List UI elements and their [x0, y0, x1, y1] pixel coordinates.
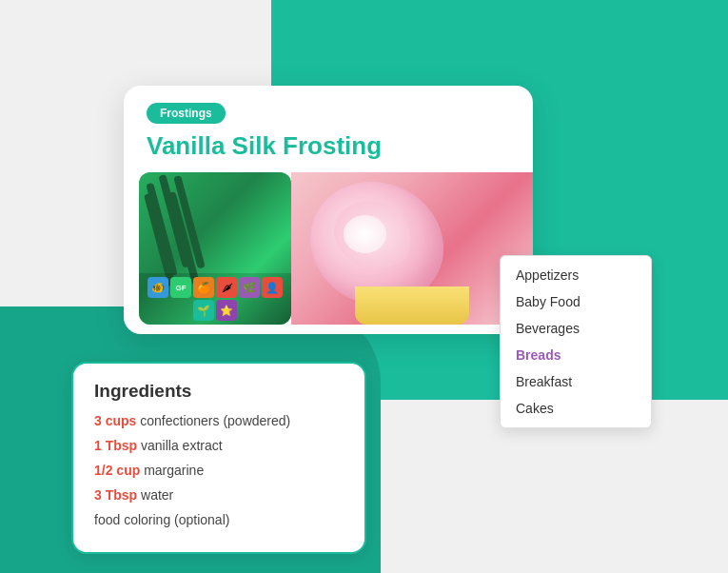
ingredient-4: 3 Tbsp water	[94, 485, 344, 505]
icon-gf: GF	[170, 277, 191, 298]
cupcake-bottom	[355, 286, 469, 325]
dropdown-item-beverages[interactable]: Beverages	[501, 315, 651, 342]
ingredient-3-rest: margarine	[140, 463, 204, 478]
ingredient-4-qty: 3 Tbsp	[94, 487, 137, 503]
recipe-card-header: Frostings Vanilla Silk Frosting	[124, 86, 533, 172]
icon-fish: 🐠	[148, 277, 168, 298]
icon-leaf: 🌿	[239, 277, 260, 298]
ingredient-1: 3 cups confectioners (powdered)	[94, 411, 344, 431]
dropdown-item-baby-food[interactable]: Baby Food	[501, 288, 651, 315]
icon-citrus: 🍊	[193, 277, 214, 298]
ingredient-5: food coloring (optional)	[94, 510, 344, 530]
ingredient-3-qty: 1/2 cup	[94, 463, 140, 478]
recipe-image-row: 🐠 GF 🍊 🌶 🌿 👤 🌱 ⭐	[124, 172, 533, 325]
category-badge[interactable]: Frostings	[147, 103, 226, 124]
ingredients-title: Ingredients	[94, 381, 344, 402]
ingredient-1-rest: confectioners (powdered)	[136, 413, 290, 428]
dropdown-item-cakes[interactable]: Cakes	[501, 395, 651, 422]
category-dropdown[interactable]: Appetizers Baby Food Beverages Breads Br…	[500, 255, 652, 428]
icon-plant: 🌱	[193, 300, 214, 321]
recipe-title: Vanilla Silk Frosting	[147, 131, 510, 161]
ingredient-4-rest: water	[137, 487, 173, 503]
dropdown-item-breakfast[interactable]: Breakfast	[501, 368, 651, 395]
ingredient-1-qty: 3 cups	[94, 413, 136, 428]
recipe-card: Frostings Vanilla Silk Frosting 🐠 GF 🍊 🌶…	[124, 86, 533, 334]
ingredients-card: Ingredients 3 cups confectioners (powder…	[71, 362, 366, 554]
ingredient-2: 1 Tbsp vanilla extract	[94, 436, 344, 456]
ingredient-5-text: food coloring (optional)	[94, 512, 229, 527]
recipe-thumbnail: 🐠 GF 🍊 🌶 🌿 👤 🌱 ⭐	[139, 172, 291, 325]
dropdown-item-breads[interactable]: Breads	[501, 342, 651, 368]
icon-person: 👤	[262, 277, 283, 298]
icon-pepper: 🌶	[216, 277, 237, 298]
dropdown-item-appetizers[interactable]: Appetizers	[501, 262, 651, 288]
ingredient-3: 1/2 cup margarine	[94, 461, 344, 481]
icon-strip: 🐠 GF 🍊 🌶 🌿 👤 🌱 ⭐	[139, 273, 291, 325]
icon-star: ⭐	[216, 300, 237, 321]
ingredient-2-qty: 1 Tbsp	[94, 438, 137, 453]
ingredient-2-rest: vanilla extract	[137, 438, 222, 453]
recipe-main-image	[291, 172, 533, 325]
